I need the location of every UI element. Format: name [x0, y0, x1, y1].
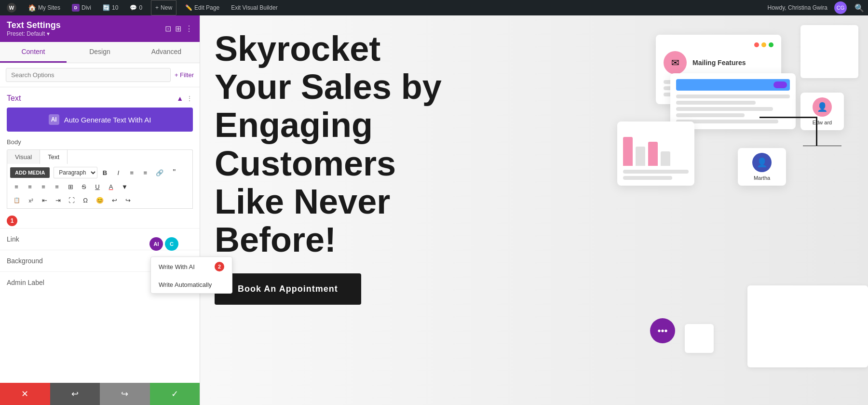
link-label: Link — [7, 235, 19, 243]
body-label: Body — [7, 138, 193, 146]
chart-line-2 — [623, 176, 672, 180]
strikethrough-button[interactable]: S — [78, 181, 90, 193]
new-button[interactable]: + New — [151, 0, 176, 15]
undo-button[interactable]: ↩ — [108, 194, 121, 206]
emoji-button[interactable]: 😊 — [93, 194, 107, 206]
toggle-switch — [773, 81, 787, 88]
action-bar: ✕ ↩ ↪ ✓ — [0, 383, 200, 405]
align-right-button[interactable]: ≡ — [37, 181, 50, 193]
chart-bar-2 — [636, 147, 645, 166]
special-chars-button[interactable]: Ω — [79, 194, 92, 206]
form-line-3 — [676, 107, 773, 111]
ui-cards-area: ✉ Mailing Features — [569, 25, 868, 392]
confirm-button[interactable]: ✓ — [150, 383, 200, 405]
tab-design[interactable]: Design — [67, 42, 133, 63]
ai-button-label: Auto Generate Text With AI — [64, 116, 151, 124]
paragraph-select[interactable]: Paragraph Heading 1 Heading 2 — [54, 167, 97, 178]
panel-expand-icon[interactable]: ⊞ — [175, 24, 181, 33]
toolbar-row-1: ADD MEDIA Paragraph Heading 1 Heading 2 … — [10, 166, 190, 179]
panel-minimize-icon[interactable]: ⊡ — [165, 24, 171, 33]
write-with-ai-item[interactable]: Write With AI 2 — [151, 257, 232, 276]
cta-button[interactable]: Book An Appointment — [215, 273, 361, 305]
ai-button-icon: AI — [49, 114, 59, 125]
divi-link[interactable]: D Divi — [69, 0, 94, 15]
context-menu-badge: 2 — [215, 262, 224, 271]
tab-visual[interactable]: Visual — [7, 150, 40, 164]
ai-mini-icon: AI — [154, 241, 159, 247]
body-section: Body Visual Text ADD MEDIA Paragraph Hea… — [0, 138, 200, 209]
blockquote-button[interactable]: " — [168, 166, 180, 179]
search-bar: + Filter — [0, 63, 200, 87]
user-avatar[interactable]: CG — [834, 1, 847, 14]
chart-bar-1 — [623, 137, 633, 166]
ai-mini-button[interactable]: AI — [149, 237, 163, 251]
chart-line-1 — [623, 170, 689, 174]
connector-line-2 — [803, 146, 841, 146]
search-options-input[interactable] — [6, 68, 171, 82]
fullscreen-button[interactable]: ⛶ — [65, 194, 78, 206]
panel-menu-icon[interactable]: ⋮ — [185, 24, 193, 33]
filter-button[interactable]: + Filter — [175, 71, 194, 79]
edit-page-link[interactable]: ✏️ Edit Page — [182, 0, 222, 15]
align-justify-button[interactable]: ≡ — [51, 181, 63, 193]
admin-bar-right: Howdy, Christina Gwira CG 🔍 — [765, 1, 864, 14]
form-gray-lines — [676, 94, 790, 123]
updates-link[interactable]: 🔄 10 — [100, 0, 121, 15]
undo-action-button[interactable]: ↩ — [50, 383, 100, 405]
ai-generate-button[interactable]: AI Auto Generate Text With AI — [7, 108, 193, 132]
background-label: Background — [7, 257, 43, 265]
panel-preset[interactable]: Preset: Default ▾ — [7, 30, 61, 37]
text-color-button[interactable]: A — [105, 181, 117, 193]
italic-button[interactable]: I — [112, 167, 124, 179]
mailing-title: Mailing Features — [692, 59, 746, 67]
write-with-ai-label: Write With AI — [159, 263, 195, 270]
main-area: Text Settings Preset: Default ▾ ⊡ ⊞ ⋮ Co… — [0, 15, 868, 405]
table-button[interactable]: ⊞ — [64, 181, 77, 193]
form-input-bar — [676, 79, 790, 91]
chart-lines — [623, 170, 689, 180]
form-line-4 — [676, 113, 745, 117]
edward-name: Edw ard — [805, 120, 839, 125]
align-left-button[interactable]: ≡ — [10, 181, 23, 193]
paste-button[interactable]: 📋 — [10, 195, 24, 206]
tab-text[interactable]: Text — [40, 150, 68, 164]
bubble-dots-icon: ••• — [657, 325, 667, 337]
collapse-icon[interactable]: ▲ — [176, 94, 183, 102]
indent-in-button[interactable]: ⇥ — [52, 194, 64, 206]
align-center-button[interactable]: ≡ — [24, 181, 36, 193]
redo-action-button[interactable]: ↪ — [100, 383, 150, 405]
section-menu-icon[interactable]: ⋮ — [186, 94, 193, 102]
indent-out-button[interactable]: ⇤ — [38, 194, 51, 206]
dot-yellow — [761, 42, 766, 47]
form-line-1 — [676, 94, 790, 98]
unordered-list-button[interactable]: ≡ — [125, 167, 138, 179]
martha-name: Martha — [743, 175, 781, 181]
text-section-title: Text — [7, 94, 21, 103]
chart-bar-4 — [661, 151, 670, 166]
redo-button[interactable]: ↪ — [122, 194, 134, 206]
dot-green — [769, 42, 773, 47]
tab-content[interactable]: Content — [0, 42, 67, 63]
admin-search-icon[interactable]: 🔍 — [854, 3, 864, 13]
my-sites-link[interactable]: 🏠 My Sites — [25, 0, 63, 15]
form-line-2 — [676, 101, 756, 105]
ai-mini-generate-button[interactable]: C — [165, 237, 178, 251]
add-media-button[interactable]: ADD MEDIA — [10, 167, 50, 178]
text-section-header: Text ▲ ⋮ — [0, 87, 200, 108]
cancel-button[interactable]: ✕ — [0, 383, 50, 405]
ordered-list-button[interactable]: ≡ — [139, 167, 151, 179]
bold-button[interactable]: B — [98, 167, 111, 179]
hero-text-area: Skyrocket Your Sales by Engaging Custome… — [215, 30, 465, 305]
tab-advanced[interactable]: Advanced — [133, 42, 200, 63]
profile-card-martha: 👤 Martha — [738, 148, 786, 186]
underline-button[interactable]: U — [91, 181, 104, 193]
link-button[interactable]: 🔗 — [152, 167, 167, 179]
exit-builder-link[interactable]: Exit Visual Builder — [228, 0, 281, 15]
editor-toolbar: ADD MEDIA Paragraph Heading 1 Heading 2 … — [7, 164, 193, 209]
comments-link[interactable]: 💬 0 — [127, 0, 145, 15]
color-arrow-button[interactable]: ▼ — [118, 181, 131, 193]
wp-icon[interactable]: W — [4, 0, 19, 15]
superscript-button[interactable]: x² — [25, 195, 37, 206]
write-automatically-item[interactable]: Write Automatically — [151, 276, 232, 293]
panel-header: Text Settings Preset: Default ▾ ⊡ ⊞ ⋮ — [0, 15, 200, 42]
